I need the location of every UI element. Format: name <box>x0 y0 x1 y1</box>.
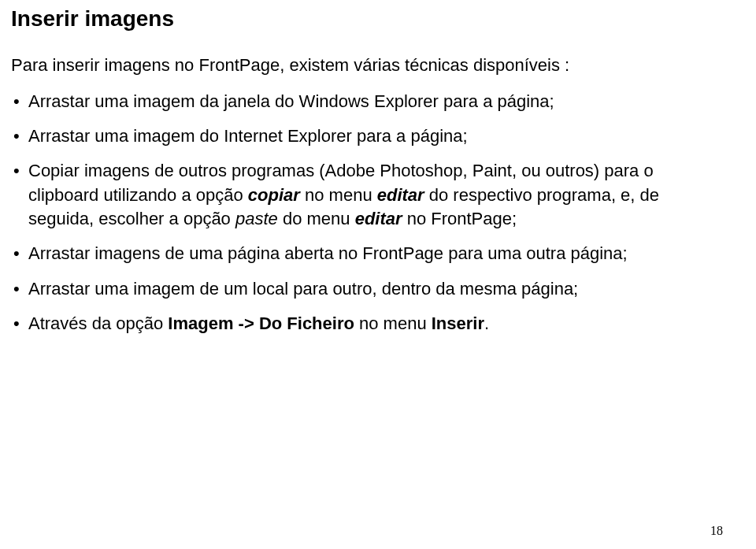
list-text: no menu <box>354 313 432 333</box>
list-text: Arrastar uma imagem do Internet Explorer… <box>28 126 468 146</box>
emphasis-editar: editar <box>377 185 424 205</box>
page-heading: Inserir imagens <box>11 6 724 32</box>
list-item: Através da opção Imagem -> Do Ficheiro n… <box>11 312 724 336</box>
emphasis-editar: editar <box>355 209 402 228</box>
document-page: Inserir imagens Para inserir imagens no … <box>0 0 756 549</box>
emphasis-imagem-ficheiro: Imagem -> Do Ficheiro <box>168 313 354 333</box>
bullet-list: Arrastar uma imagem da janela do Windows… <box>11 90 724 336</box>
emphasis-copiar: copiar <box>248 185 300 205</box>
list-text: . <box>484 313 489 333</box>
list-item: Arrastar uma imagem do Internet Explorer… <box>11 124 724 148</box>
list-item: Arrastar imagens de uma página aberta no… <box>11 242 724 265</box>
list-text: Através da opção <box>28 313 168 333</box>
page-number: 18 <box>710 524 723 538</box>
list-text: do menu <box>278 209 355 228</box>
list-item: Arrastar uma imagem da janela do Windows… <box>11 90 724 113</box>
list-text: Arrastar imagens de uma página aberta no… <box>28 243 628 263</box>
emphasis-inserir: Inserir <box>432 313 484 333</box>
list-text: Arrastar uma imagem de um local para out… <box>28 279 578 299</box>
list-text: no menu <box>300 185 377 205</box>
list-item: Arrastar uma imagem de um local para out… <box>11 277 724 301</box>
intro-paragraph: Para inserir imagens no FrontPage, exist… <box>11 54 724 77</box>
emphasis-paste: paste <box>235 209 278 228</box>
list-text: no FrontPage; <box>402 209 517 228</box>
list-item: Copiar imagens de outros programas (Adob… <box>11 159 724 231</box>
list-text: Arrastar uma imagem da janela do Windows… <box>28 91 554 111</box>
